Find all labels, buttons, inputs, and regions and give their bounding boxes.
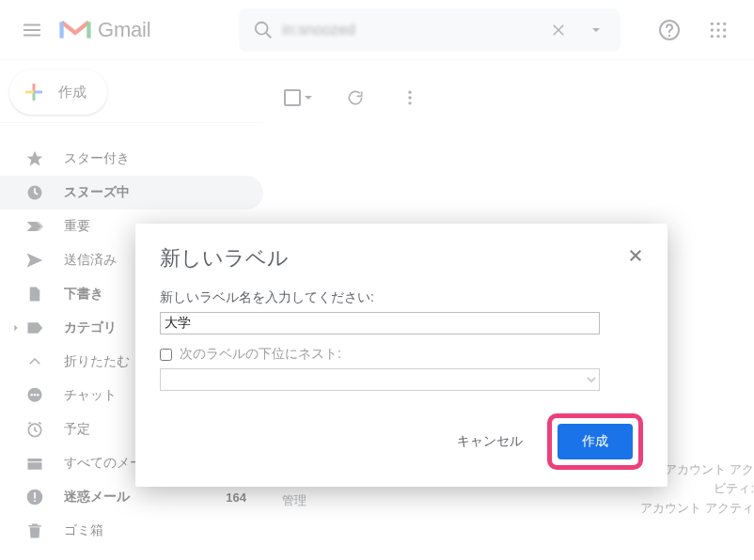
nest-under-label: 次のラベルの下位にネスト: <box>180 346 341 363</box>
create-button[interactable]: 作成 <box>558 424 633 459</box>
nest-parent-select[interactable] <box>160 368 600 391</box>
nest-under-row: 次のラベルの下位にネスト: <box>160 346 643 363</box>
dialog-title: 新しいラベル <box>160 244 643 272</box>
dialog-subtitle: 新しいラベル名を入力してください: <box>160 289 643 306</box>
nest-under-checkbox[interactable] <box>160 349 172 361</box>
close-icon <box>627 247 644 264</box>
label-name-input[interactable] <box>160 312 600 334</box>
cancel-button[interactable]: キャンセル <box>444 426 536 458</box>
dialog-close-button[interactable] <box>622 242 649 269</box>
dialog-actions: キャンセル 作成 <box>160 413 643 470</box>
create-button-highlight: 作成 <box>547 413 643 470</box>
new-label-dialog: 新しいラベル 新しいラベル名を入力してください: 次のラベルの下位にネスト: キ… <box>135 224 668 487</box>
